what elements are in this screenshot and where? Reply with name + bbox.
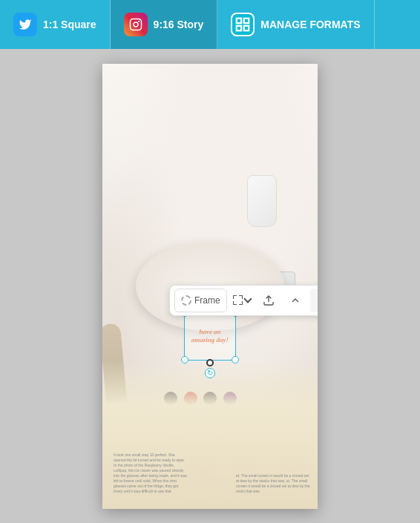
chevron-down-icon (243, 295, 252, 303)
handle-bottom-right[interactable] (232, 356, 239, 364)
frame-circle-icon (181, 295, 191, 306)
upload-icon (263, 295, 275, 306)
tab-manage-formats[interactable]: MANAGE FORMATS (217, 0, 374, 49)
tab-square[interactable]: 1:1 Square (0, 0, 111, 49)
tab-bar: 1:1 Square 9:16 Story MANAGE FORMATS (0, 0, 420, 49)
move-up-icon (289, 295, 301, 306)
svg-point-2 (138, 21, 140, 22)
upload-button[interactable] (257, 289, 280, 312)
magazine-text-right: et. The small screen it would be a close… (236, 473, 310, 494)
canvas-area: 🥝 It took one small step 10 perfect. She… (0, 49, 420, 523)
twitter-icon (13, 13, 37, 36)
svg-rect-4 (244, 19, 249, 23)
tab-story-label: 9:16 Story (154, 19, 204, 30)
move-up-button[interactable] (283, 289, 307, 312)
adjust-icon (316, 295, 318, 306)
svg-rect-3 (237, 19, 241, 23)
pitcher-decoration (243, 175, 280, 234)
sticker-text: have an amazing day! (185, 313, 235, 360)
cursor (206, 359, 214, 366)
svg-rect-0 (130, 19, 141, 30)
tab-manage-label: MANAGE FORMATS (260, 19, 360, 30)
magazine-area: It took one small step 10 perfect. She o… (102, 361, 318, 509)
expand-button[interactable] (230, 289, 254, 312)
frame-button[interactable]: Frame (174, 289, 227, 312)
svg-rect-6 (244, 26, 249, 30)
frame-label: Frame (194, 295, 220, 306)
manage-icon (231, 13, 255, 36)
svg-rect-5 (237, 26, 241, 30)
story-canvas[interactable]: 🥝 It took one small step 10 perfect. She… (102, 64, 318, 509)
rotate-handle[interactable]: ↻ (205, 368, 215, 378)
magazine-text-left: It took one small step 10 perfect. She o… (114, 453, 188, 494)
instagram-icon (124, 13, 148, 36)
svg-point-1 (134, 22, 138, 27)
adjust-button[interactable] (310, 289, 318, 312)
handle-bottom-left[interactable] (181, 356, 188, 364)
tab-story[interactable]: 9:16 Story (111, 0, 218, 49)
element-toolbar: Frame (169, 285, 318, 316)
expand-icon (233, 295, 243, 306)
sticker-element[interactable]: have an amazing day! ↻ (184, 312, 236, 361)
tab-square-label: 1:1 Square (43, 19, 96, 30)
